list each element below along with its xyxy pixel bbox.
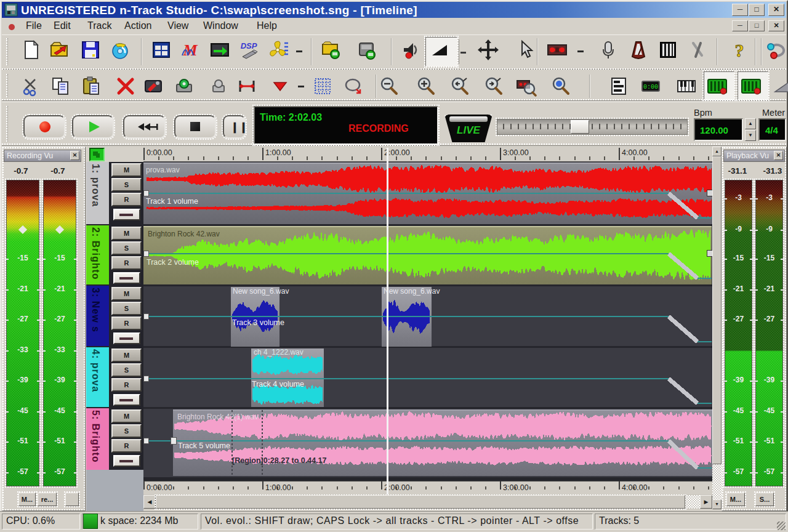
svg-text:Brighton Rock 42.wav: Brighton Rock 42.wav bbox=[148, 230, 220, 238]
svg-text:?: ? bbox=[735, 40, 744, 60]
svg-text:3:00.00: 3:00.00 bbox=[503, 148, 529, 157]
svg-text:Track 2 volume: Track 2 volume bbox=[147, 258, 199, 267]
svg-text:[Region]0:28.27 to 0.44.17: [Region]0:28.27 to 0.44.17 bbox=[232, 456, 327, 465]
svg-text:0:00.00: 0:00.00 bbox=[147, 148, 172, 157]
svg-text:Track 3 volume: Track 3 volume bbox=[232, 318, 284, 327]
svg-text:4:00.00: 4:00.00 bbox=[622, 483, 648, 492]
svg-text:1:00.00: 1:00.00 bbox=[265, 148, 291, 157]
svg-text:4:00.00: 4:00.00 bbox=[622, 148, 648, 157]
svg-text:Brighton Rock 42(1).wav: Brighton Rock 42(1).wav bbox=[177, 413, 258, 421]
svg-text:0:00: 0:00 bbox=[643, 84, 658, 91]
svg-text:New song_6.wav: New song_6.wav bbox=[384, 287, 440, 296]
svg-text:0:00.00: 0:00.00 bbox=[147, 483, 172, 492]
svg-text:DSP: DSP bbox=[241, 41, 257, 50]
svg-text:1:00.00: 1:00.00 bbox=[265, 483, 291, 492]
svg-text:Track 4 volume: Track 4 volume bbox=[252, 380, 304, 389]
svg-text:Track 5 volume: Track 5 volume bbox=[178, 441, 230, 450]
svg-text:prova.wav: prova.wav bbox=[146, 166, 180, 174]
svg-text:ch 4_1222.wav: ch 4_1222.wav bbox=[254, 348, 304, 357]
svg-text:New song_6.wav: New song_6.wav bbox=[233, 287, 289, 296]
svg-text:3:00.00: 3:00.00 bbox=[503, 483, 529, 492]
svg-text:Track 1 volume: Track 1 volume bbox=[146, 197, 198, 206]
